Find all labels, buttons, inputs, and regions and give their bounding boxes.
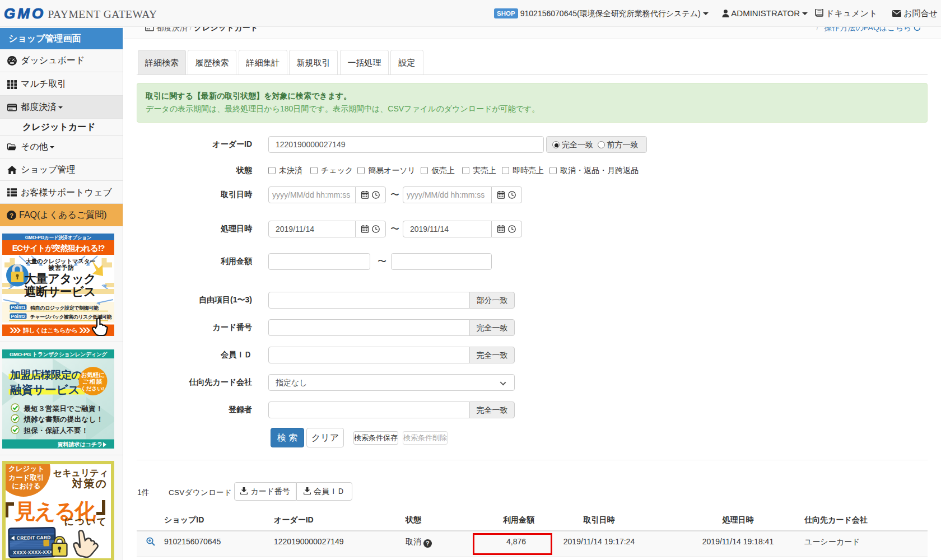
svg-text:加盟店様限定の: 加盟店様限定の: [10, 369, 82, 381]
svg-text:Point1: Point1: [11, 305, 26, 310]
svg-text:ご相談: ご相談: [82, 378, 104, 385]
svg-text:対策の: 対策の: [72, 478, 108, 489]
svg-text:お気軽に: お気軽に: [81, 371, 105, 378]
svg-text:大量アタック: 大量アタック: [24, 272, 96, 286]
svg-text:XXXX-XXXX-XXXX: XXXX-XXXX-XXXX: [13, 549, 56, 556]
svg-text:最短３営業日でご融資！: 最短３営業日でご融資！: [24, 405, 103, 413]
svg-text:セキュリティ: セキュリティ: [53, 468, 108, 478]
svg-text:について: について: [64, 516, 108, 527]
svg-text:における: における: [12, 482, 40, 490]
svg-text:独自のロジック設定で制御可能: 独自のロジック設定で制御可能: [30, 305, 99, 311]
svg-text:ください!: ください!: [81, 385, 104, 391]
svg-text:GMO-PGカード決済オプション: GMO-PGカード決済オプション: [25, 235, 92, 240]
svg-text:カード取引: カード取引: [8, 474, 44, 482]
svg-text:煩雑な書類の提出なし！: 煩雑な書類の提出なし！: [24, 416, 104, 423]
svg-text:Point2: Point2: [11, 314, 26, 319]
svg-text:担保・保証人不要！: 担保・保証人不要！: [24, 426, 88, 435]
svg-text:ECサイトが突然狙われる!?: ECサイトが突然狙われる!?: [12, 244, 105, 253]
svg-text:被害予防: 被害予防: [48, 264, 74, 271]
svg-text:詳しくはこちらから: 詳しくはこちらから: [22, 327, 77, 334]
svg-text:GMO-PG トランザクションレンディング: GMO-PG トランザクションレンディング: [10, 351, 108, 357]
svg-text:融資サービス: 融資サービス: [10, 383, 80, 396]
svg-text:クレジット: クレジット: [8, 465, 44, 473]
svg-text:資料請求はコチラ: 資料請求はコチラ: [57, 441, 103, 448]
svg-text:遮断サービス: 遮断サービス: [24, 285, 96, 298]
svg-text:?: ?: [10, 212, 13, 219]
